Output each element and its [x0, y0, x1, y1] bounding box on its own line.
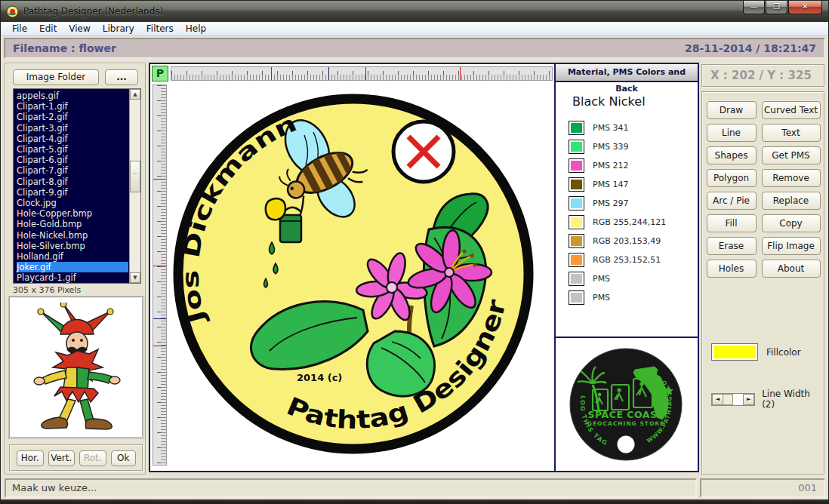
- pms-color-row[interactable]: PMS 341: [556, 118, 698, 137]
- close-button[interactable]: ✕: [788, 1, 822, 14]
- file-list-item[interactable]: Clipart-2.gif: [17, 112, 128, 122]
- minimize-button[interactable]: —: [743, 1, 765, 14]
- menu-view[interactable]: View: [63, 23, 96, 35]
- curved-text-button[interactable]: Curved Text: [762, 101, 821, 119]
- file-list[interactable]: appels.gif Clipart-1.gif Clipart-2.gif C…: [13, 88, 141, 284]
- datetime-label: 28-11-2014 / 18:21:47: [685, 42, 816, 54]
- browse-button[interactable]: ...: [105, 69, 138, 85]
- file-list-item[interactable]: Holland.gif: [17, 251, 128, 262]
- file-list-item[interactable]: Hole-Silver.bmp: [17, 241, 128, 251]
- erase-button[interactable]: Erase: [707, 237, 757, 255]
- text-button[interactable]: Text: [762, 124, 821, 142]
- design-canvas[interactable]: Jos Dickmann Pathtag Designer 2014 (c): [168, 82, 554, 469]
- line-button[interactable]: Line: [707, 124, 757, 142]
- get-pms-button[interactable]: Get PMS: [762, 146, 821, 164]
- flip-horizontal-button[interactable]: Hor.: [17, 450, 44, 466]
- polygon-button[interactable]: Polygon: [707, 169, 757, 187]
- file-list-item[interactable]: Clipart-9.gif: [17, 187, 128, 198]
- menu-file[interactable]: File: [6, 23, 33, 35]
- maximize-button[interactable]: ❐: [766, 1, 787, 14]
- file-list-item[interactable]: Playcard-1.gif: [17, 272, 128, 283]
- pms-color-row[interactable]: RGB 203,153,49: [556, 232, 698, 250]
- menu-help[interactable]: Help: [180, 23, 212, 35]
- file-list-item[interactable]: Clipart-5.gif: [17, 144, 128, 155]
- color-swatch[interactable]: [569, 177, 584, 192]
- left-panel: Image Folder ... appels.gif Clipart-1.gi…: [5, 63, 146, 475]
- pms-color-list: PMS 341 PMS 339 PMS 212 PMS 147 PMS 297 …: [556, 118, 698, 307]
- pms-color-row[interactable]: PMS 339: [556, 137, 698, 156]
- line-width-decrease-icon[interactable]: ◄: [712, 394, 723, 405]
- scroll-up-icon[interactable]: ▲: [130, 89, 140, 100]
- scroll-down-icon[interactable]: ▼: [130, 272, 140, 283]
- menu-edit[interactable]: Edit: [33, 23, 63, 35]
- file-list-item[interactable]: Clipart-8.gif: [17, 177, 128, 187]
- pms-color-row[interactable]: RGB 253,152,51: [556, 250, 698, 269]
- draw-button[interactable]: Draw: [707, 101, 757, 119]
- status-counter: 001: [700, 478, 825, 498]
- file-list-item[interactable]: Clipart-6.gif: [17, 155, 128, 165]
- fillcolor-label: Fillcolor: [766, 347, 801, 358]
- ok-button[interactable]: Ok: [111, 450, 137, 466]
- scrollbar-thumb[interactable]: [130, 161, 140, 192]
- shapes-button[interactable]: Shapes: [707, 146, 757, 164]
- color-swatch[interactable]: [569, 158, 584, 173]
- file-list-item[interactable]: Hole-Gold.bmp: [17, 219, 128, 229]
- copy-button[interactable]: Copy: [762, 214, 821, 232]
- about-button[interactable]: About: [762, 260, 821, 278]
- pms-color-row[interactable]: PMS 212: [556, 156, 698, 175]
- color-swatch[interactable]: [569, 234, 584, 248]
- pms-color-row[interactable]: PMS: [556, 269, 698, 288]
- section-divider: [556, 337, 698, 338]
- fill-button[interactable]: Fill: [707, 214, 757, 232]
- pms-color-row[interactable]: PMS: [556, 288, 698, 307]
- flip-image-button[interactable]: Flip Image: [762, 237, 821, 255]
- pms-color-row[interactable]: PMS 147: [556, 175, 698, 194]
- color-swatch[interactable]: [569, 290, 584, 305]
- replace-button[interactable]: Replace: [762, 192, 821, 210]
- tool-buttons: Draw Curved Text Line Text Shapes Get PM…: [703, 101, 824, 278]
- back-tag-subtitle: GEOCACHING STORE: [587, 420, 664, 427]
- color-label: PMS: [593, 274, 610, 284]
- menu-library[interactable]: Library: [97, 23, 140, 35]
- file-list-item[interactable]: Hole-Copper.bmp: [17, 208, 128, 219]
- page-button[interactable]: P: [152, 66, 168, 81]
- file-list-item[interactable]: appels.gif: [17, 91, 128, 101]
- color-swatch[interactable]: [569, 253, 584, 267]
- pms-color-row[interactable]: PMS 297: [556, 194, 698, 213]
- flip-vertical-button[interactable]: Vert.: [48, 450, 76, 466]
- arc-pie-button[interactable]: Arc / Pie: [707, 192, 757, 210]
- pms-panel: Material, PMS Colors and Back Black Nick…: [556, 64, 698, 471]
- right-panel: X : 202 / Y : 325 Draw Curved Text Line …: [701, 63, 825, 475]
- file-list-item[interactable]: Clipart-7.gif: [17, 165, 128, 176]
- color-swatch[interactable]: [569, 121, 584, 135]
- fillcolor-control: Fillcolor: [711, 343, 801, 361]
- file-list-item[interactable]: Clipart-3.gif: [17, 123, 128, 134]
- color-label: PMS 339: [593, 142, 629, 152]
- file-list-item[interactable]: Clipart-4.gif: [17, 134, 128, 144]
- file-list-item[interactable]: Hole-Nickel.bmp: [17, 230, 128, 241]
- fillcolor-swatch[interactable]: [711, 343, 758, 361]
- back-tag-title: SPACE COAST: [588, 409, 664, 420]
- tools-box: Draw Curved Text Line Text Shapes Get PM…: [701, 91, 825, 475]
- color-label: PMS: [593, 293, 610, 303]
- file-list-item[interactable]: Clock.jpg: [17, 198, 128, 208]
- color-swatch[interactable]: [569, 215, 584, 229]
- line-width-thumb[interactable]: [723, 394, 733, 405]
- holes-button[interactable]: Holes: [707, 260, 757, 278]
- menu-filters[interactable]: Filters: [140, 23, 180, 35]
- color-swatch[interactable]: [569, 272, 584, 286]
- material-label: Black Nickel: [572, 94, 698, 109]
- color-swatch[interactable]: [569, 140, 584, 154]
- cursor-coordinates: X : 202 / Y : 325: [701, 64, 825, 88]
- color-swatch[interactable]: [569, 196, 584, 211]
- file-list-item[interactable]: Clipart-1.gif: [17, 101, 128, 112]
- pms-panel-header: Material, PMS Colors and Back: [556, 64, 698, 82]
- file-list-scrollbar[interactable]: ▲ ▼: [129, 89, 140, 283]
- app-window: Pathtag Designer (Nederlands) — ❐ ✕ File…: [0, 0, 829, 504]
- file-list-item-selected[interactable]: Joker.gif: [17, 262, 128, 272]
- pms-color-row[interactable]: RGB 255,244,121: [556, 213, 698, 232]
- menu-bar: File Edit View Library Filters Help: [2, 22, 827, 36]
- image-folder-button[interactable]: Image Folder: [13, 69, 99, 85]
- remove-button[interactable]: Remove: [762, 169, 821, 187]
- line-width-increase-icon[interactable]: ►: [743, 394, 754, 405]
